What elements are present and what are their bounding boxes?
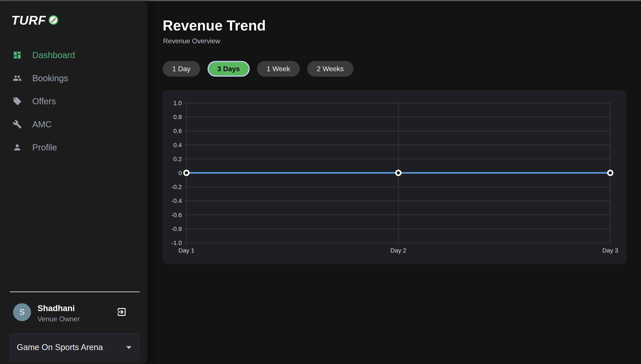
sidebar-item-label: Profile [32, 142, 57, 152]
svg-text:0.6: 0.6 [173, 128, 182, 134]
page-title: Revenue Trend [163, 18, 266, 33]
brand-logo: TURF [11, 14, 59, 26]
chart-point[interactable] [184, 170, 189, 175]
chevron-down-icon [126, 346, 132, 350]
revenue-chart-card: 1.00.80.60.40.20-0.2-0.4-0.6-0.8-1.0Day … [162, 90, 627, 264]
sidebar-item-amc[interactable]: AMC [0, 113, 148, 136]
logout-button[interactable] [116, 307, 127, 317]
chart-point[interactable] [608, 170, 613, 175]
sidebar-item-offers[interactable]: Offers [0, 90, 148, 113]
chart-axis-labels: 1.00.80.60.40.20-0.2-0.4-0.6-0.8-1.0Day … [171, 100, 618, 254]
range-button-1-week[interactable]: 1 Week [257, 61, 300, 77]
range-button-3-days[interactable]: 3 Days [207, 61, 250, 77]
svg-text:-0.2: -0.2 [171, 184, 182, 190]
revenue-chart: 1.00.80.60.40.20-0.2-0.4-0.6-0.8-1.0Day … [162, 90, 627, 264]
svg-text:-0.4: -0.4 [171, 198, 182, 204]
dashboard-icon [13, 50, 22, 60]
cricket-ball-icon [48, 15, 59, 25]
people-icon [13, 74, 22, 83]
sidebar: TURF DashboardBookingsOffersAMCProfile S… [0, 1, 148, 364]
sidebar-item-label: AMC [32, 120, 52, 129]
sidebar-nav: DashboardBookingsOffersAMCProfile [0, 44, 148, 159]
brand-name: TURF [11, 13, 46, 28]
svg-text:Day 1: Day 1 [178, 247, 194, 254]
sidebar-item-label: Dashboard [32, 50, 75, 60]
sidebar-item-bookings[interactable]: Bookings [0, 66, 148, 90]
range-button-1-day[interactable]: 1 Day [163, 61, 200, 77]
range-button-2-weeks[interactable]: 2 Weeks [307, 61, 353, 77]
person-icon [13, 143, 22, 152]
sidebar-item-label: Bookings [32, 73, 68, 83]
svg-text:-0.6: -0.6 [171, 212, 182, 218]
svg-text:0.4: 0.4 [173, 142, 182, 148]
page-subtitle: Revenue Overview [163, 37, 220, 45]
svg-text:0.2: 0.2 [173, 156, 182, 162]
svg-text:1.0: 1.0 [173, 100, 182, 106]
svg-text:-1.0: -1.0 [171, 240, 182, 246]
sidebar-item-label: Offers [32, 96, 56, 106]
range-filter-group: 1 Day3 Days1 Week2 Weeks [163, 61, 353, 77]
sidebar-item-profile[interactable]: Profile [0, 136, 148, 159]
logout-icon [116, 307, 127, 317]
svg-text:Day 3: Day 3 [602, 247, 618, 254]
sidebar-item-dashboard[interactable]: Dashboard [0, 44, 148, 66]
chart-point[interactable] [396, 170, 401, 175]
venue-select-value: Game On Sports Arena [17, 343, 126, 352]
sidebar-divider [10, 292, 140, 292]
user-name: Shadhani [38, 304, 75, 313]
svg-text:Day 2: Day 2 [390, 247, 406, 254]
svg-text:0: 0 [178, 170, 182, 176]
svg-text:-0.8: -0.8 [171, 226, 182, 232]
tag-icon [13, 97, 22, 106]
venue-select[interactable]: Game On Sports Arena [9, 333, 140, 362]
main-content: Revenue Trend Revenue Overview 1 Day3 Da… [148, 1, 641, 364]
wrench-icon [13, 120, 22, 129]
svg-text:0.8: 0.8 [173, 114, 182, 120]
user-role: Venue Owner [38, 315, 80, 323]
user-card: S Shadhani Venue Owner [13, 303, 135, 321]
avatar: S [13, 303, 31, 321]
